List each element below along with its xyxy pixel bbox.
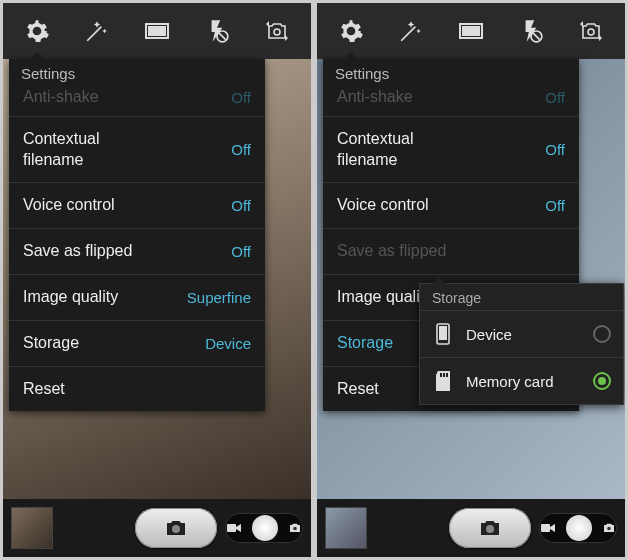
setting-anti-shake[interactable]: Anti-shake Off — [323, 84, 579, 117]
setting-contextual-filename[interactable]: Contextual filename Off — [323, 117, 579, 184]
photo-icon — [603, 523, 615, 533]
setting-value: Superfine — [187, 289, 251, 306]
panel-title: Settings — [9, 59, 265, 84]
video-icon — [541, 522, 555, 534]
device-icon — [432, 321, 454, 347]
svg-point-18 — [607, 527, 611, 531]
setting-label: Voice control — [337, 195, 429, 216]
photo-icon — [289, 523, 301, 533]
camera-toolbar — [3, 3, 311, 59]
svg-rect-13 — [440, 373, 442, 377]
setting-save-as-flipped[interactable]: Save as flipped Off — [9, 229, 265, 275]
setting-value: Off — [231, 89, 251, 106]
phone-left: Settings Anti-shake Off Contextual filen… — [3, 3, 311, 557]
setting-anti-shake[interactable]: Anti-shake Off — [9, 84, 265, 117]
gallery-thumbnail[interactable] — [11, 507, 53, 549]
setting-save-as-flipped[interactable]: Save as flipped — [323, 229, 579, 275]
svg-point-10 — [588, 29, 594, 35]
setting-voice-control[interactable]: Voice control Off — [323, 183, 579, 229]
gear-icon[interactable] — [21, 15, 53, 47]
mode-switch[interactable] — [225, 513, 303, 543]
setting-value: Off — [231, 141, 251, 158]
setting-label: Storage — [337, 333, 393, 354]
setting-value: Off — [545, 197, 565, 214]
setting-image-quality[interactable]: Image quality Superfine — [9, 275, 265, 321]
svg-point-4 — [172, 525, 180, 533]
phone-right: Settings Anti-shake Off Contextual filen… — [317, 3, 625, 557]
setting-value: Off — [545, 89, 565, 106]
storage-option-device[interactable]: Device — [420, 310, 623, 357]
setting-storage[interactable]: Storage Device — [9, 321, 265, 367]
svg-point-6 — [293, 527, 297, 531]
setting-label: Anti-shake — [337, 87, 413, 108]
magic-wand-icon[interactable] — [81, 15, 113, 47]
svg-rect-17 — [541, 524, 550, 532]
flash-off-icon[interactable] — [201, 15, 233, 47]
svg-rect-5 — [227, 524, 236, 532]
panel-arrow-icon — [29, 52, 45, 60]
svg-rect-14 — [443, 373, 445, 377]
svg-point-16 — [486, 525, 494, 533]
setting-label: Contextual filename — [23, 129, 163, 171]
popup-title: Storage — [420, 284, 623, 310]
switch-camera-icon[interactable] — [575, 15, 607, 47]
setting-label: Image quality — [23, 287, 118, 308]
svg-rect-15 — [446, 373, 448, 377]
camera-bottombar — [317, 499, 625, 557]
camera-bottombar — [3, 499, 311, 557]
setting-label: Save as flipped — [23, 241, 132, 262]
option-label: Device — [466, 326, 581, 343]
shutter-button[interactable] — [449, 508, 531, 548]
storage-popup: Storage Device Memory card — [419, 283, 624, 405]
shutter-button[interactable] — [135, 508, 217, 548]
setting-value: Device — [205, 335, 251, 352]
switch-knob — [566, 515, 592, 541]
panel-arrow-icon — [343, 52, 359, 60]
setting-reset[interactable]: Reset — [9, 367, 265, 412]
setting-value: Off — [231, 243, 251, 260]
mode-switch[interactable] — [539, 513, 617, 543]
setting-label: Storage — [23, 333, 79, 354]
setting-label: Contextual filename — [337, 129, 477, 171]
gear-icon[interactable] — [335, 15, 367, 47]
setting-label: Voice control — [23, 195, 115, 216]
setting-value: Off — [545, 141, 565, 158]
setting-voice-control[interactable]: Voice control Off — [9, 183, 265, 229]
option-label: Memory card — [466, 373, 581, 390]
storage-option-memory-card[interactable]: Memory card — [420, 357, 623, 404]
setting-label: Anti-shake — [23, 87, 99, 108]
switch-camera-icon[interactable] — [261, 15, 293, 47]
setting-label: Reset — [337, 379, 379, 400]
switch-knob — [252, 515, 278, 541]
svg-rect-12 — [439, 326, 447, 340]
display-mode-icon[interactable] — [141, 15, 173, 47]
camera-toolbar — [317, 3, 625, 59]
flash-off-icon[interactable] — [515, 15, 547, 47]
setting-value: Off — [231, 197, 251, 214]
popup-arrow-icon — [432, 277, 446, 284]
display-mode-icon[interactable] — [455, 15, 487, 47]
radio-selected-icon — [593, 372, 611, 390]
video-icon — [227, 522, 241, 534]
gallery-thumbnail[interactable] — [325, 507, 367, 549]
magic-wand-icon[interactable] — [395, 15, 427, 47]
panel-title: Settings — [323, 59, 579, 84]
sd-card-icon — [432, 368, 454, 394]
radio-unselected-icon — [593, 325, 611, 343]
setting-label: Reset — [23, 379, 65, 400]
camera-icon — [479, 519, 501, 537]
svg-rect-8 — [463, 27, 479, 35]
setting-label: Image quality — [337, 287, 432, 308]
camera-icon — [165, 519, 187, 537]
svg-rect-1 — [149, 27, 165, 35]
settings-panel: Settings Anti-shake Off Contextual filen… — [9, 59, 265, 411]
svg-point-3 — [274, 29, 280, 35]
setting-contextual-filename[interactable]: Contextual filename Off — [9, 117, 265, 184]
setting-label: Save as flipped — [337, 241, 446, 262]
